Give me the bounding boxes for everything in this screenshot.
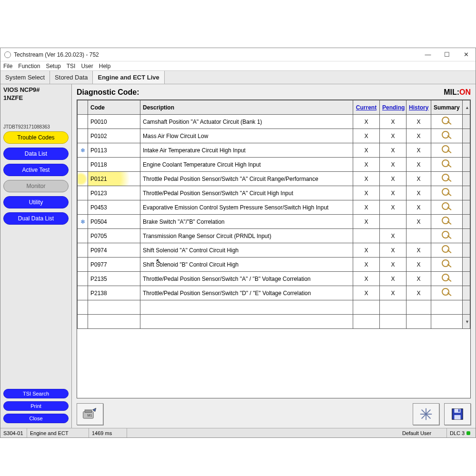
- main-panel: Diagnostic Code: MIL:ON Code Desc: [72, 84, 476, 428]
- close-window-button[interactable]: ✕: [456, 48, 476, 61]
- scrollbar-track[interactable]: [463, 272, 470, 286]
- table-row[interactable]: P0102Mass Air Flow Circuit LowXXX: [78, 129, 470, 143]
- menu-user[interactable]: User: [81, 63, 93, 69]
- col-current[interactable]: Current: [353, 100, 380, 115]
- table-row[interactable]: P0453Evaporative Emission Control System…: [78, 200, 470, 215]
- dtc-summary[interactable]: [431, 215, 463, 229]
- table-row[interactable]: P0123Throttle/Pedal Position Sensor/Swit…: [78, 186, 470, 200]
- menu-help[interactable]: Help: [99, 63, 111, 69]
- col-description: Description: [140, 100, 353, 115]
- menu-function[interactable]: Function: [18, 63, 40, 69]
- scrollbar-track[interactable]: [463, 158, 470, 172]
- scrollbar-track[interactable]: [463, 143, 470, 158]
- menu-tsi[interactable]: TSI: [67, 63, 76, 69]
- dtc-summary[interactable]: [431, 172, 463, 186]
- menu-setup[interactable]: Setup: [46, 63, 60, 69]
- nav-dual-data-list[interactable]: Dual Data List: [3, 212, 69, 225]
- scrollbar-track[interactable]: [463, 258, 470, 272]
- menu-file[interactable]: File: [3, 63, 12, 69]
- dtc-summary[interactable]: [431, 272, 463, 286]
- diagnostic-title: Diagnostic Code:: [77, 88, 139, 97]
- freeze-frame-icon: [78, 272, 88, 286]
- freeze-frame-icon: [78, 200, 88, 215]
- table-row[interactable]: P0118Engine Coolant Temperature Circuit …: [78, 158, 470, 172]
- vehicle-engine: 1NZFE: [3, 94, 69, 102]
- table-row[interactable]: ❄P0504Brake Switch "A"/"B" CorrelationXX: [78, 215, 470, 229]
- scrollbar-track[interactable]: [463, 215, 470, 229]
- status-system: Engine and ECT: [27, 428, 89, 437]
- save-button[interactable]: [444, 403, 471, 425]
- scrollbar-track[interactable]: [463, 229, 470, 243]
- dtc-code: P0977: [88, 258, 140, 272]
- dtc-summary[interactable]: [431, 286, 463, 300]
- tab-system-select[interactable]: System Select: [0, 71, 50, 84]
- clear-dtc-button[interactable]: M1: [77, 403, 103, 425]
- dtc-summary[interactable]: [431, 158, 463, 172]
- scroll-up-icon[interactable]: ▲: [463, 100, 470, 115]
- dtc-pending: X: [380, 172, 407, 186]
- scrollbar-track[interactable]: [463, 129, 470, 143]
- app-icon: [4, 51, 11, 58]
- scrollbar-track[interactable]: [463, 243, 470, 258]
- table-row[interactable]: ❄P0113Intake Air Temperature Circuit Hig…: [78, 143, 470, 158]
- table-row[interactable]: P2135Throttle/Pedal Position Sensor/Swit…: [78, 272, 470, 286]
- tab-stored-data[interactable]: Stored Data: [50, 71, 93, 84]
- table-row[interactable]: [78, 300, 470, 315]
- nav-utility[interactable]: Utility: [3, 196, 69, 208]
- col-pending[interactable]: Pending: [380, 100, 407, 115]
- scrollbar-track[interactable]: [463, 172, 470, 186]
- dtc-summary[interactable]: [431, 143, 463, 158]
- scrollbar-track[interactable]: [463, 186, 470, 200]
- nav-trouble-codes[interactable]: Trouble Codes: [3, 131, 69, 144]
- scrollbar-track[interactable]: [463, 300, 470, 315]
- scroll-down-icon[interactable]: ▼: [463, 315, 470, 329]
- dtc-description: Transmission Range Sensor Circuit (PRNDL…: [140, 229, 353, 243]
- mil-status: MIL:ON: [444, 88, 471, 97]
- maximize-button[interactable]: ☐: [437, 48, 456, 61]
- dtc-pending: X: [380, 243, 407, 258]
- scrollbar-track[interactable]: [463, 115, 470, 129]
- dtc-summary[interactable]: [431, 115, 463, 129]
- scrollbar-track[interactable]: [463, 286, 470, 300]
- sidebar-tsi-search-button[interactable]: TSI Search: [3, 389, 69, 398]
- dtc-description: Mass Air Flow Circuit Low: [140, 129, 353, 143]
- table-row[interactable]: P0705Transmission Range Sensor Circuit (…: [78, 229, 470, 243]
- tab-engine-ect-live[interactable]: Engine and ECT Live: [93, 71, 164, 84]
- dtc-history: X: [407, 129, 431, 143]
- table-row[interactable]: P0121Throttle Pedal Position Sensor/Swit…: [78, 172, 470, 186]
- col-code: Code: [88, 100, 140, 115]
- freeze-frame-icon: [78, 229, 88, 243]
- table-row[interactable]: P0974Shift Solenoid "A" Control Circuit …: [78, 243, 470, 258]
- col-history[interactable]: History: [407, 100, 431, 115]
- minimize-button[interactable]: —: [418, 48, 437, 61]
- svg-rect-1: [85, 410, 91, 412]
- table-row[interactable]: ▼: [78, 315, 470, 329]
- snowflake-button[interactable]: [413, 403, 439, 425]
- dtc-history: X: [407, 215, 431, 229]
- dtc-summary[interactable]: [431, 258, 463, 272]
- table-row[interactable]: P0010Camshaft Position "A" Actuator Circ…: [78, 115, 470, 129]
- dtc-history: X: [407, 243, 431, 258]
- nav-data-list[interactable]: Data List: [3, 148, 69, 160]
- dtc-summary[interactable]: [431, 186, 463, 200]
- dtc-summary[interactable]: [431, 229, 463, 243]
- sidebar-close-button[interactable]: Close: [3, 414, 69, 423]
- dtc-summary[interactable]: [431, 200, 463, 215]
- nav-active-test[interactable]: Active Test: [3, 164, 69, 176]
- dtc-description: Shift Solenoid "B" Control Circuit High: [140, 258, 353, 272]
- table-row[interactable]: P0977Shift Solenoid "B" Control Circuit …: [78, 258, 470, 272]
- dtc-history: X: [407, 186, 431, 200]
- sidebar: VIOS NCP9# 1NZFE JTDBT923171088363 Troub…: [0, 84, 72, 428]
- dtc-summary[interactable]: [431, 129, 463, 143]
- dtc-current: X: [353, 143, 380, 158]
- sidebar-print-button[interactable]: Print: [3, 401, 69, 411]
- freeze-frame-icon: [78, 286, 88, 300]
- dtc-history: X: [407, 272, 431, 286]
- dtc-current: X: [353, 129, 380, 143]
- scrollbar-track[interactable]: [463, 200, 470, 215]
- dtc-code: P0974: [88, 243, 140, 258]
- table-row[interactable]: P2138Throttle/Pedal Position Sensor/Swit…: [78, 286, 470, 300]
- dtc-summary[interactable]: [431, 243, 463, 258]
- freeze-frame-icon: [78, 158, 88, 172]
- dtc-code: P0118: [88, 158, 140, 172]
